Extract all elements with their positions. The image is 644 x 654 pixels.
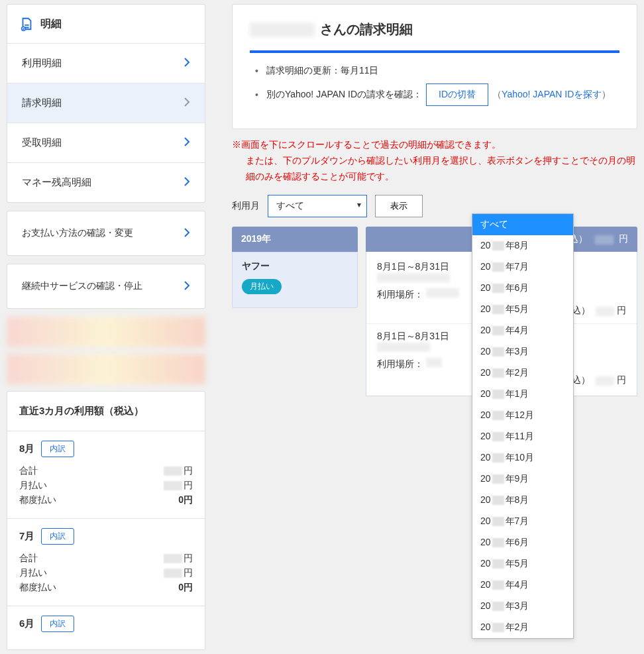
service-panel: ヤフー 月払い (232, 252, 358, 308)
row-label: 月払い (19, 480, 47, 492)
page-title: さんの請求明細 (250, 21, 619, 38)
detail-button[interactable]: 内訳 (41, 616, 74, 632)
info-bullet: 別のYahoo! JAPAN IDの請求を確認： IDの切替 （Yahoo! J… (255, 83, 619, 106)
divider (250, 50, 619, 53)
redacted (377, 343, 430, 352)
sidebar-heading: 明細 (7, 5, 205, 44)
row-label: 都度払い (19, 494, 56, 506)
info-text: 請求明細の更新：毎月11日 (266, 65, 379, 77)
month-dropdown-option[interactable]: 20年8月 (472, 235, 573, 256)
sidebar-menu-card: 明細 利用明細 請求明細 受取明細 マネー残高明細 (7, 4, 205, 203)
usage-place-label: 利用場所： (377, 358, 423, 369)
user-name-redacted (250, 23, 315, 37)
chevron-right-icon (184, 228, 190, 239)
month-dropdown-option[interactable]: 20年4月 (472, 320, 573, 341)
sidebar-item-money-balance[interactable]: マネー残高明細 (7, 163, 205, 202)
month-dropdown-option[interactable]: 20年9月 (472, 468, 573, 490)
month-dropdown-option[interactable]: 20年7月 (472, 511, 573, 532)
row-value: 円 (164, 480, 193, 492)
month-dropdown-option[interactable]: 20年11月 (472, 426, 573, 447)
row-value: 0円 (178, 582, 193, 594)
recent-month-label: 7月 (19, 530, 34, 543)
chevron-right-icon (184, 58, 190, 69)
info-text: 別のYahoo! JAPAN IDの請求を確認： (266, 89, 422, 101)
row-value: 円 (164, 553, 193, 565)
month-dropdown-option[interactable]: 20年3月 (472, 341, 573, 362)
row-value: 円 (164, 567, 193, 579)
sidebar: 明細 利用明細 請求明細 受取明細 マネー残高明細 お支払い方法の確認・変更 継… (0, 0, 212, 654)
chevron-right-icon (184, 177, 190, 188)
sidebar-item-receipt[interactable]: 受取明細 (7, 123, 205, 163)
month-select[interactable]: すべて (268, 195, 367, 217)
month-dropdown-option[interactable]: 20年5月 (472, 299, 573, 320)
billing-header-card: さんの請求明細 請求明細の更新：毎月11日 別のYahoo! JAPAN IDの… (232, 4, 637, 129)
sidebar-link-label: お支払い方法の確認・変更 (22, 227, 133, 239)
service-column: 2019年 ヤフー 月払い (232, 227, 358, 308)
month-dropdown-option[interactable]: 20年1月 (472, 384, 573, 405)
month-dropdown-option[interactable]: すべて (472, 214, 573, 235)
id-search-link[interactable]: Yahoo! JAPAN IDを探す (502, 89, 602, 99)
month-dropdown-option[interactable]: 20年6月 (472, 532, 573, 553)
month-dropdown-option[interactable]: 20年12月 (472, 405, 573, 426)
recent-usage-card: 直近3カ月の利用額（税込） 8月 内訳 合計円 月払い円 都度払い0円 7月 内… (7, 391, 205, 650)
row-value: 0円 (178, 494, 193, 506)
sidebar-link-label: 継続中サービスの確認・停止 (22, 280, 142, 292)
month-dropdown-option[interactable]: 20年7月 (472, 256, 573, 278)
id-search-link-wrapper: （Yahoo! JAPAN IDを探す） (492, 89, 611, 101)
show-button[interactable]: 表示 (375, 195, 423, 217)
month-filter-row: 利用月 すべて 表示 (232, 195, 637, 217)
recent-month-block: 8月 内訳 合計円 月払い円 都度払い0円 (7, 431, 205, 519)
sidebar-link-subscriptions[interactable]: 継続中サービスの確認・停止 (7, 264, 205, 309)
sidebar-item-label: 請求明細 (22, 97, 62, 109)
usage-place-label: 利用場所： (377, 289, 423, 300)
billing-detail-row: 2019年 ヤフー 月払い 合計利用額（税込） 円 8月1日～8月31日 (232, 227, 637, 396)
month-dropdown-option[interactable]: 20年6月 (472, 278, 573, 299)
sidebar-item-billing[interactable]: 請求明細 (7, 83, 205, 123)
total-unit: 円 (619, 233, 628, 244)
main-content: さんの請求明細 請求明細の更新：毎月11日 別のYahoo! JAPAN IDの… (212, 0, 644, 654)
month-dropdown-option[interactable]: 20年2月 (472, 617, 573, 638)
usage-unit: 円 (617, 374, 626, 385)
info-bullet: 請求明細の更新：毎月11日 (255, 65, 619, 77)
row-label: 都度払い (19, 582, 56, 594)
row-label: 月払い (19, 567, 47, 579)
month-dropdown-option[interactable]: 20年4月 (472, 574, 573, 596)
page-title-label: さんの請求明細 (320, 21, 413, 38)
detail-button[interactable]: 内訳 (41, 441, 74, 457)
document-icon (19, 17, 34, 31)
note-line-1: ※画面を下にスクロールすることで過去の明細が確認できます。 (232, 139, 501, 150)
month-dropdown-option[interactable]: 20年8月 (472, 490, 573, 511)
detail-button[interactable]: 内訳 (41, 528, 74, 545)
sidebar-item-usage[interactable]: 利用明細 (7, 44, 205, 83)
chevron-right-icon (184, 97, 190, 109)
month-dropdown-list[interactable]: すべて20年8月20年7月20年6月20年5月20年4月20年3月20年2月20… (472, 213, 574, 639)
recent-usage-title: 直近3カ月の利用額（税込） (7, 392, 205, 431)
row-label: 合計 (19, 465, 38, 477)
recent-month-label: 6月 (19, 618, 34, 630)
row-value: 円 (164, 465, 193, 477)
chevron-right-icon (184, 281, 190, 292)
month-dropdown-option[interactable]: 20年10月 (472, 447, 573, 468)
redacted (426, 288, 459, 298)
row-label: 合計 (19, 553, 38, 565)
note-line-2: または、下のプルダウンから確認したい利用月を選択し、表示ボタンを押すことでその月… (246, 153, 637, 185)
redacted (377, 273, 450, 282)
sidebar-item-label: 受取明細 (22, 136, 62, 149)
promo-banner (7, 354, 205, 384)
sidebar-link-payment-method[interactable]: お支払い方法の確認・変更 (7, 211, 205, 256)
month-dropdown-option[interactable]: 20年5月 (472, 553, 573, 574)
month-dropdown-option[interactable]: 20年2月 (472, 362, 573, 384)
recent-month-label: 8月 (19, 443, 34, 455)
recent-month-block: 6月 内訳 (7, 606, 205, 649)
id-switch-button[interactable]: IDの切替 (426, 83, 488, 106)
redacted (426, 358, 442, 367)
month-dropdown-option[interactable]: 20年3月 (472, 596, 573, 617)
usage-unit: 円 (617, 305, 626, 315)
recent-month-block: 7月 内訳 合計円 月払い円 都度払い0円 (7, 519, 205, 606)
sidebar-item-label: 利用明細 (22, 57, 62, 70)
chevron-right-icon (184, 137, 190, 148)
sidebar-heading-label: 明細 (40, 17, 62, 31)
filter-label: 利用月 (232, 200, 260, 212)
promo-banner (7, 317, 205, 347)
service-name: ヤフー (242, 260, 348, 272)
